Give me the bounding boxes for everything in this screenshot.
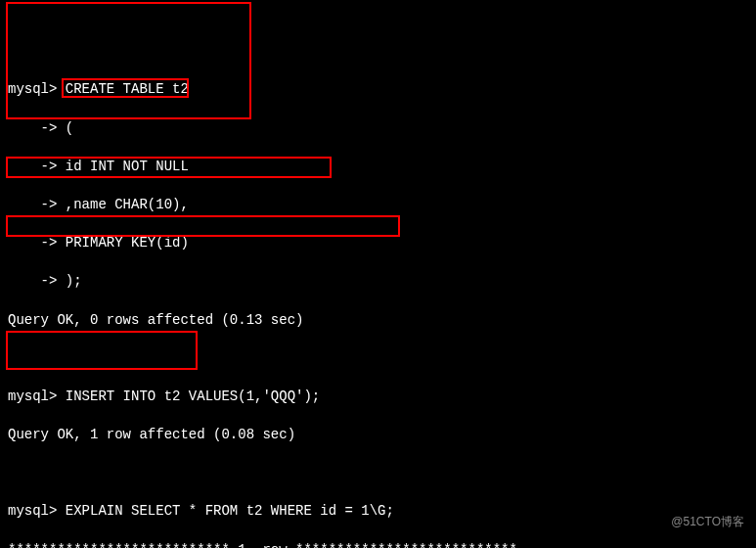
row-separator: *************************** 1. row *****… <box>8 541 748 548</box>
terminal-line: -> ,name CHAR(10), <box>8 196 748 215</box>
terminal-line: mysql> CREATE TABLE t2 <box>8 80 748 100</box>
terminal-line: -> ); <box>8 272 748 292</box>
watermark-text: @51CTO博客 <box>671 514 744 530</box>
terminal-line: -> ( <box>8 119 748 139</box>
terminal-line: mysql> EXPLAIN SELECT * FROM t2 WHERE id… <box>8 502 748 522</box>
query-result: Query OK, 0 rows affected (0.13 sec) <box>8 311 748 331</box>
highlight-box-create-table <box>6 2 251 119</box>
blank-line <box>8 349 748 369</box>
terminal-line: -> id INT NOT NULL <box>8 158 748 177</box>
blank-line <box>8 464 748 483</box>
terminal-line: mysql> INSERT INTO t2 VALUES(1,'QQQ'); <box>8 388 748 407</box>
terminal-line: -> PRIMARY KEY(id) <box>8 234 748 253</box>
query-result: Query OK, 1 row affected (0.08 sec) <box>8 426 748 445</box>
